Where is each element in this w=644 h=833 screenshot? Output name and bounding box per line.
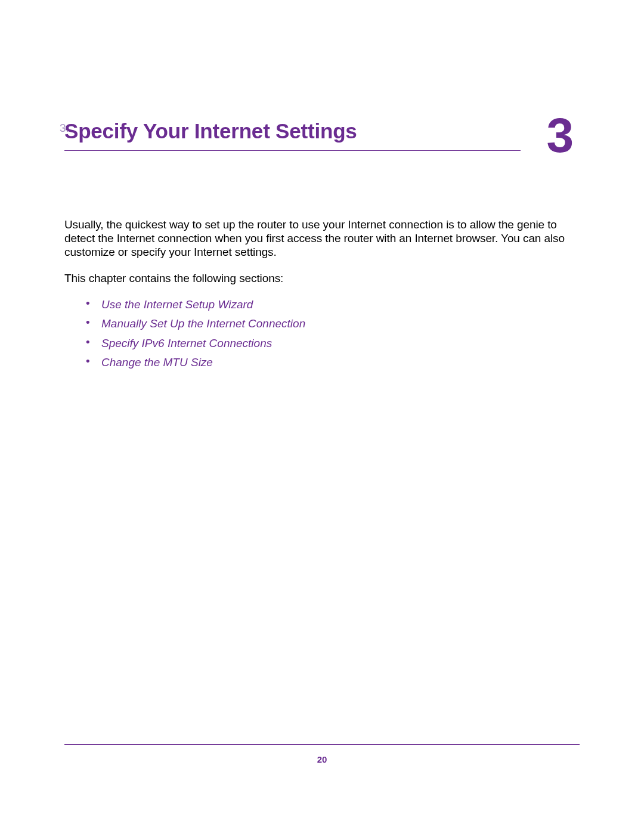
chapter-title: Specify Your Internet Settings bbox=[64, 119, 580, 149]
sections-intro: This chapter contains the following sect… bbox=[64, 271, 580, 285]
intro-paragraph: Usually, the quickest way to set up the … bbox=[64, 218, 580, 259]
section-list: Use the Internet Setup Wizard Manually S… bbox=[86, 297, 580, 371]
list-item: Change the MTU Size bbox=[86, 355, 580, 371]
page-number: 20 bbox=[64, 754, 580, 764]
link-ipv6[interactable]: Specify IPv6 Internet Connections bbox=[101, 337, 272, 349]
list-item: Specify IPv6 Internet Connections bbox=[86, 336, 580, 352]
chapter-marker: 3. bbox=[60, 122, 69, 135]
link-manual-setup[interactable]: Manually Set Up the Internet Connection bbox=[101, 317, 305, 330]
title-rule bbox=[64, 150, 521, 151]
body-content: Usually, the quickest way to set up the … bbox=[64, 218, 580, 371]
footer-rule bbox=[64, 744, 580, 745]
page-container: 3. Specify Your Internet Settings 3 Usua… bbox=[64, 0, 580, 833]
link-mtu[interactable]: Change the MTU Size bbox=[101, 356, 213, 368]
chapter-number: 3 bbox=[546, 111, 574, 160]
link-internet-setup-wizard[interactable]: Use the Internet Setup Wizard bbox=[101, 298, 253, 311]
list-item: Manually Set Up the Internet Connection bbox=[86, 316, 580, 332]
chapter-header: 3. Specify Your Internet Settings 3 bbox=[64, 119, 580, 151]
list-item: Use the Internet Setup Wizard bbox=[86, 297, 580, 313]
